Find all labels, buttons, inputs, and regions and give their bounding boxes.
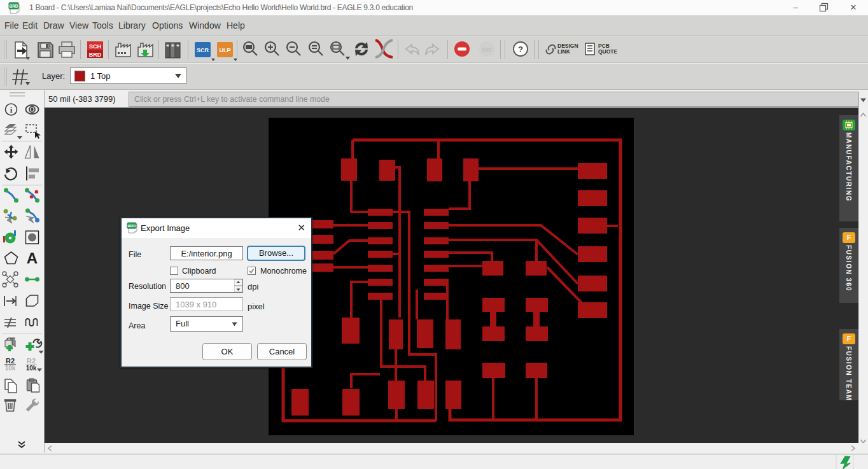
- svg-text:R2: R2: [27, 357, 36, 365]
- svg-text:SCH: SCH: [89, 43, 101, 50]
- svg-text:QUOTE: QUOTE: [598, 48, 618, 55]
- svg-text:LINK: LINK: [557, 48, 571, 55]
- svg-text:GO: GO: [482, 46, 491, 53]
- svg-text:?: ?: [518, 45, 523, 54]
- svg-text:A: A: [27, 249, 38, 267]
- svg-text:10k: 10k: [26, 365, 37, 372]
- svg-text:BRD: BRD: [89, 52, 102, 58]
- svg-text:ULP: ULP: [220, 47, 231, 53]
- svg-text:10k: 10k: [5, 365, 16, 372]
- svg-text:SCR: SCR: [197, 47, 209, 53]
- svg-text:BRD: BRD: [128, 224, 137, 228]
- svg-text:BRD: BRD: [9, 4, 18, 8]
- svg-text:R2: R2: [6, 357, 15, 365]
- svg-text:i: i: [10, 105, 13, 115]
